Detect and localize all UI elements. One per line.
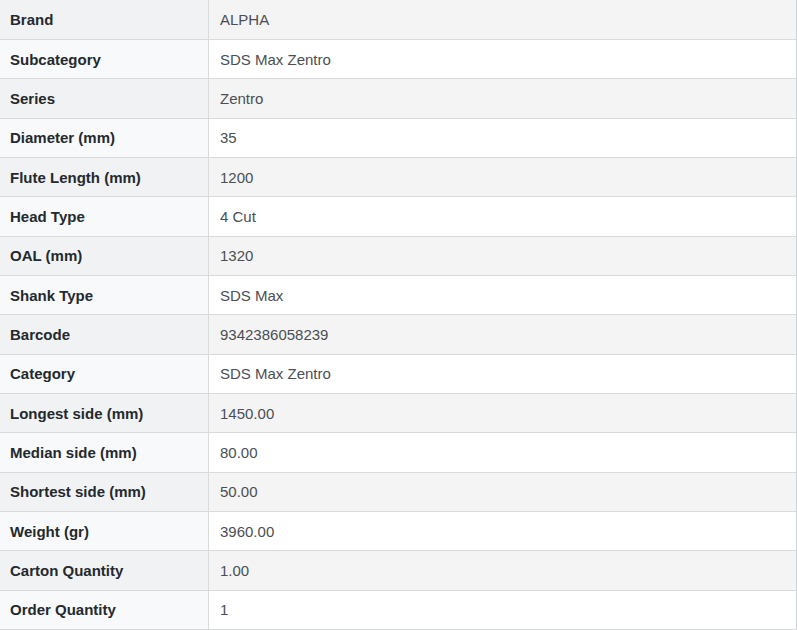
- table-row: SeriesZentro: [0, 79, 797, 118]
- table-row: Diameter (mm)35: [0, 118, 797, 157]
- spec-value: SDS Max Zentro: [209, 354, 797, 393]
- spec-label: Shank Type: [0, 275, 209, 314]
- spec-label: Longest side (mm): [0, 393, 209, 432]
- spec-label: Brand: [0, 0, 209, 39]
- spec-label: Weight (gr): [0, 511, 209, 550]
- spec-label: Category: [0, 354, 209, 393]
- spec-value: 3960.00: [209, 511, 797, 550]
- table-row: OAL (mm)1320: [0, 236, 797, 275]
- spec-value: 80.00: [209, 433, 797, 472]
- spec-value: 50.00: [209, 472, 797, 511]
- spec-label: Subcategory: [0, 39, 209, 78]
- spec-label: Shortest side (mm): [0, 472, 209, 511]
- spec-value: 1450.00: [209, 393, 797, 432]
- product-specifications-panel: BrandALPHASubcategorySDS Max ZentroSerie…: [0, 0, 797, 630]
- spec-value: 4 Cut: [209, 197, 797, 236]
- spec-value: SDS Max Zentro: [209, 39, 797, 78]
- spec-value: Zentro: [209, 79, 797, 118]
- table-row: CategorySDS Max Zentro: [0, 354, 797, 393]
- spec-value: 1200: [209, 157, 797, 196]
- table-row: Order Quantity1: [0, 590, 797, 629]
- spec-label: Series: [0, 79, 209, 118]
- table-row: Median side (mm)80.00: [0, 433, 797, 472]
- table-row: Flute Length (mm)1200: [0, 157, 797, 196]
- spec-value: 1: [209, 590, 797, 629]
- table-row: Longest side (mm)1450.00: [0, 393, 797, 432]
- spec-value: SDS Max: [209, 275, 797, 314]
- spec-label: Order Quantity: [0, 590, 209, 629]
- spec-label: Head Type: [0, 197, 209, 236]
- table-row: Shank TypeSDS Max: [0, 275, 797, 314]
- table-row: Head Type4 Cut: [0, 197, 797, 236]
- spec-value: 35: [209, 118, 797, 157]
- table-row: Carton Quantity1.00: [0, 551, 797, 590]
- spec-label: Flute Length (mm): [0, 157, 209, 196]
- spec-label: Median side (mm): [0, 433, 209, 472]
- table-row: Shortest side (mm)50.00: [0, 472, 797, 511]
- spec-value: 1320: [209, 236, 797, 275]
- spec-table-body: BrandALPHASubcategorySDS Max ZentroSerie…: [0, 0, 797, 630]
- spec-table: BrandALPHASubcategorySDS Max ZentroSerie…: [0, 0, 797, 630]
- spec-label: OAL (mm): [0, 236, 209, 275]
- spec-value: 9342386058239: [209, 315, 797, 354]
- spec-label: Diameter (mm): [0, 118, 209, 157]
- table-row: Barcode9342386058239: [0, 315, 797, 354]
- table-row: SubcategorySDS Max Zentro: [0, 39, 797, 78]
- spec-value: 1.00: [209, 551, 797, 590]
- spec-value: ALPHA: [209, 0, 797, 39]
- spec-label: Carton Quantity: [0, 551, 209, 590]
- table-row: BrandALPHA: [0, 0, 797, 39]
- table-row: Weight (gr)3960.00: [0, 511, 797, 550]
- spec-label: Barcode: [0, 315, 209, 354]
